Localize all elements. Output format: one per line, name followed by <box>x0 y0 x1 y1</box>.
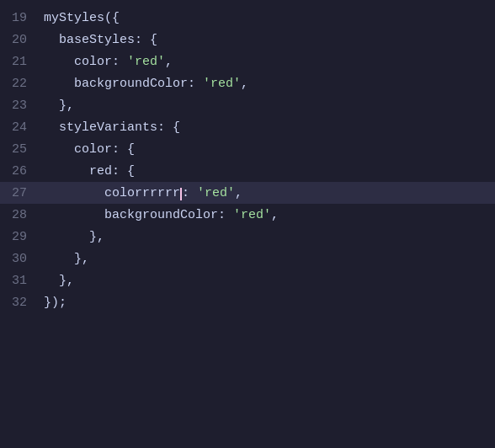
line-content: red: { <box>44 160 495 182</box>
line-content: backgroundColor: 'red', <box>44 72 495 94</box>
line-content: }, <box>44 94 495 116</box>
line-number: 27 <box>0 182 44 204</box>
code-token: }); <box>44 296 67 310</box>
code-token: backgroundColor: <box>44 77 203 91</box>
line-number: 23 <box>0 94 44 116</box>
line-content: myStyles({ <box>44 7 495 29</box>
line-number: 21 <box>0 51 44 72</box>
code-token: backgroundColor: <box>44 208 233 222</box>
code-token: 'red' <box>127 55 165 69</box>
line-number: 32 <box>0 291 44 313</box>
line-content: baseStyles: { <box>44 29 495 51</box>
line-number: 30 <box>0 248 44 269</box>
code-line: 20 baseStyles: { <box>0 29 495 51</box>
code-token: , <box>165 55 173 69</box>
code-token: styleVariants: { <box>44 120 180 135</box>
line-content: color: { <box>44 138 495 160</box>
code-line: 26 red: { <box>0 160 495 182</box>
code-token: colorrrrrr <box>44 186 180 200</box>
line-content: }); <box>44 291 495 313</box>
code-token: baseStyles: { <box>44 33 157 47</box>
line-content: }, <box>44 269 495 291</box>
line-content: }, <box>44 248 495 269</box>
code-token: , <box>241 77 248 91</box>
code-line: 31 }, <box>0 269 495 291</box>
code-token: }, <box>44 99 74 113</box>
code-line: 27 colorrrrrr: 'red', <box>0 182 495 204</box>
line-number: 22 <box>0 72 44 94</box>
code-token: , <box>235 186 242 200</box>
line-content: colorrrrrr: 'red', <box>44 182 495 204</box>
code-line: 25 color: { <box>0 138 495 160</box>
code-token: , <box>271 208 279 222</box>
line-number: 31 <box>0 269 44 291</box>
code-token: : <box>182 186 197 200</box>
code-token: }, <box>44 252 89 266</box>
code-token: }, <box>44 274 74 288</box>
line-content: }, <box>44 226 495 248</box>
line-number: 19 <box>0 7 44 29</box>
code-token: color: <box>44 55 127 69</box>
code-line: 22 backgroundColor: 'red', <box>0 72 495 94</box>
code-line: 23 }, <box>0 94 495 116</box>
code-token: red: { <box>44 164 135 179</box>
line-content: styleVariants: { <box>44 116 495 138</box>
code-token: 'red' <box>203 77 241 91</box>
line-content: backgroundColor: 'red', <box>44 204 495 226</box>
line-number: 20 <box>0 29 44 51</box>
code-line: 28 backgroundColor: 'red', <box>0 204 495 226</box>
code-line: 29 }, <box>0 226 495 248</box>
code-line: 30 }, <box>0 248 495 269</box>
code-token: color: { <box>44 142 135 157</box>
code-token: 'red' <box>233 208 271 222</box>
code-token: myStyles({ <box>44 11 120 25</box>
code-line: 19myStyles({ <box>0 7 495 29</box>
code-token: 'red' <box>197 186 235 200</box>
code-editor: 19myStyles({20 baseStyles: {21 color: 'r… <box>0 0 495 320</box>
code-line: 21 color: 'red', <box>0 51 495 72</box>
line-number: 26 <box>0 160 44 182</box>
line-content: color: 'red', <box>44 51 495 72</box>
code-line: 24 styleVariants: { <box>0 116 495 138</box>
line-number: 25 <box>0 138 44 160</box>
line-number: 28 <box>0 204 44 226</box>
code-line: 32}); <box>0 291 495 313</box>
code-token: }, <box>44 230 104 244</box>
line-number: 29 <box>0 226 44 248</box>
line-number: 24 <box>0 116 44 138</box>
